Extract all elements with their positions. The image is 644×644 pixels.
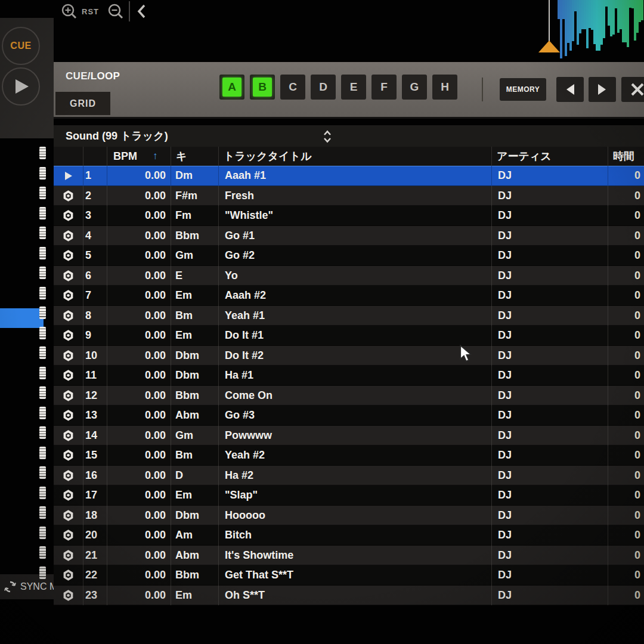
row-marker bbox=[39, 466, 46, 479]
sort-toggle-icon[interactable] bbox=[322, 129, 333, 144]
sidebar-selected-item[interactable] bbox=[0, 308, 44, 328]
table-row[interactable]: 9 0.00 Em Do It #1 DJ 0 bbox=[54, 326, 644, 346]
zoom-out-icon[interactable] bbox=[106, 2, 126, 23]
row-marker bbox=[39, 267, 46, 279]
column-time[interactable]: 時間 bbox=[608, 147, 644, 166]
row-marker bbox=[39, 147, 46, 159]
track-time: 0 bbox=[608, 246, 644, 266]
track-title: Aaah #2 bbox=[219, 286, 492, 306]
cue-button[interactable]: CUE bbox=[2, 27, 40, 65]
track-icon-cell bbox=[54, 166, 83, 186]
table-row[interactable]: 22 0.00 Bbm Get That S**T DJ 0 bbox=[54, 565, 644, 586]
table-row[interactable]: 13 0.00 Abm Go #3 DJ 0 bbox=[54, 405, 644, 426]
table-row[interactable]: 4 0.00 Bbm Go #1 DJ 0 bbox=[54, 226, 644, 246]
column-artist-label: アーティス bbox=[497, 149, 552, 163]
rekordbox-icon bbox=[62, 489, 75, 501]
track-key: Bm bbox=[171, 445, 219, 466]
table-row[interactable]: 8 0.00 Bm Yeah #1 DJ 0 bbox=[54, 306, 644, 326]
track-bpm: 0.00 bbox=[107, 306, 171, 326]
column-key-label: キ bbox=[176, 149, 187, 163]
track-icon-cell bbox=[54, 565, 83, 586]
sort-ascending-icon: ↑ bbox=[153, 150, 158, 162]
table-row[interactable]: 15 0.00 Bm Yeah #2 DJ 0 bbox=[54, 445, 644, 466]
column-bpm[interactable]: BPM ↑ bbox=[107, 147, 171, 166]
track-title: Ha #2 bbox=[219, 466, 492, 486]
track-time: 0 bbox=[608, 266, 644, 286]
hot-cue-bank-c[interactable]: C bbox=[280, 75, 305, 100]
track-key: E bbox=[171, 266, 219, 286]
track-time: 0 bbox=[608, 586, 644, 606]
memory-button[interactable]: MEMORY bbox=[500, 78, 546, 101]
sync-icon bbox=[4, 581, 16, 593]
play-button[interactable] bbox=[2, 67, 40, 106]
table-row[interactable]: 1 0.00 Dm Aaah #1 DJ 0 bbox=[54, 166, 644, 186]
zoom-reset-button[interactable]: RST bbox=[82, 7, 99, 16]
cue-loop-panel: CUE/LOOP GRID ABCDEFGH MEMORY bbox=[54, 62, 644, 119]
zoom-in-icon[interactable] bbox=[60, 2, 80, 23]
row-marker bbox=[39, 426, 46, 439]
track-icon-cell bbox=[54, 485, 83, 506]
rekordbox-icon bbox=[62, 429, 75, 442]
close-button[interactable] bbox=[621, 77, 644, 102]
row-marker bbox=[39, 407, 46, 419]
row-marker bbox=[39, 306, 46, 319]
tab-grid[interactable]: GRID bbox=[55, 92, 110, 115]
table-row[interactable]: 12 0.00 Bbm Come On DJ 0 bbox=[54, 386, 644, 406]
row-marker bbox=[39, 566, 46, 579]
table-row[interactable]: 3 0.00 Fm "Whistle" DJ 0 bbox=[54, 206, 644, 226]
hot-cue-bank-g[interactable]: G bbox=[402, 75, 427, 100]
table-row[interactable]: 18 0.00 Dbm Hooooo DJ 0 bbox=[54, 506, 644, 526]
table-row[interactable]: 17 0.00 Em "Slap" DJ 0 bbox=[54, 485, 644, 506]
mouse-cursor bbox=[458, 345, 473, 363]
table-row[interactable]: 11 0.00 Dbm Ha #1 DJ 0 bbox=[54, 366, 644, 386]
table-row[interactable]: 2 0.00 F#m Fresh DJ 0 bbox=[54, 186, 644, 206]
playing-icon bbox=[64, 171, 73, 181]
track-artist: DJ bbox=[492, 346, 608, 366]
hot-cue-bank-h[interactable]: H bbox=[432, 75, 457, 100]
hot-cue-bank-d[interactable]: D bbox=[311, 75, 336, 100]
previous-cue-button[interactable] bbox=[556, 77, 584, 102]
chevron-left-icon[interactable] bbox=[136, 4, 148, 19]
track-bpm: 0.00 bbox=[107, 246, 171, 266]
table-row[interactable]: 10 0.00 Dbm Do It #2 DJ 0 bbox=[54, 346, 644, 366]
table-row[interactable]: 16 0.00 D Ha #2 DJ 0 bbox=[54, 466, 644, 486]
track-bpm: 0.00 bbox=[107, 186, 171, 206]
playlist-title: Sound (99 トラック) bbox=[66, 129, 168, 143]
track-number: 15 bbox=[83, 445, 107, 466]
hot-cue-bank-b[interactable]: B bbox=[250, 75, 275, 100]
column-title-label: トラックタイトル bbox=[224, 149, 311, 163]
track-bpm: 0.00 bbox=[107, 386, 171, 406]
hot-cue-bank-e[interactable]: E bbox=[341, 75, 366, 100]
table-row[interactable]: 7 0.00 Em Aaah #2 DJ 0 bbox=[54, 286, 644, 306]
row-marker bbox=[39, 287, 46, 299]
column-title[interactable]: トラックタイトル bbox=[219, 147, 492, 166]
track-title: Yo bbox=[219, 266, 492, 286]
hot-cue-bank-f[interactable]: F bbox=[371, 75, 397, 100]
toolbar-divider bbox=[129, 1, 130, 21]
waveform-display[interactable] bbox=[558, 0, 644, 63]
rekordbox-icon bbox=[62, 589, 75, 602]
row-marker bbox=[39, 227, 46, 239]
table-row[interactable]: 14 0.00 Gm Powwww DJ 0 bbox=[54, 426, 644, 446]
table-row[interactable]: 6 0.00 E Yo DJ 0 bbox=[54, 266, 644, 286]
rekordbox-icon bbox=[62, 509, 75, 522]
track-number: 10 bbox=[83, 346, 107, 366]
table-row[interactable]: 21 0.00 Abm It's Showtime DJ 0 bbox=[54, 546, 644, 566]
row-marker bbox=[39, 346, 46, 359]
hot-cue-bank-a[interactable]: A bbox=[219, 75, 244, 100]
track-number: 13 bbox=[83, 405, 107, 426]
table-row[interactable]: 20 0.00 Am Bitch DJ 0 bbox=[54, 525, 644, 546]
next-cue-button[interactable] bbox=[589, 77, 616, 102]
table-row[interactable]: 5 0.00 Gm Go #2 DJ 0 bbox=[54, 246, 644, 266]
track-artist: DJ bbox=[492, 206, 608, 226]
table-row[interactable]: 23 0.00 Em Oh S**T DJ 0 bbox=[54, 586, 644, 606]
column-key[interactable]: キ bbox=[171, 147, 219, 166]
track-title: Do It #2 bbox=[219, 346, 492, 366]
track-key: Dm bbox=[171, 166, 219, 186]
rekordbox-icon bbox=[62, 369, 75, 382]
row-marker bbox=[39, 527, 46, 539]
track-artist: DJ bbox=[492, 386, 608, 406]
column-artist[interactable]: アーティス bbox=[492, 147, 608, 166]
track-key: Dbm bbox=[171, 366, 219, 386]
rekordbox-icon bbox=[62, 309, 75, 322]
